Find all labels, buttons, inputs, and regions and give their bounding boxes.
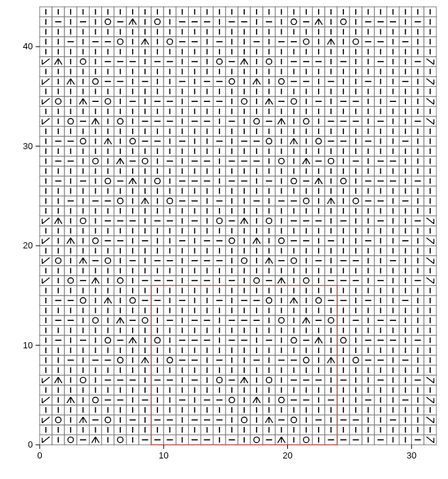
cell bbox=[90, 395, 102, 405]
cell bbox=[275, 395, 287, 405]
cell bbox=[114, 196, 127, 206]
cell bbox=[263, 296, 275, 306]
cell bbox=[263, 375, 275, 385]
cell bbox=[275, 236, 287, 246]
cell bbox=[250, 116, 263, 127]
cell bbox=[114, 37, 127, 47]
cell bbox=[288, 256, 300, 266]
cell bbox=[52, 256, 64, 266]
cell bbox=[90, 77, 102, 87]
cell bbox=[102, 96, 114, 107]
cell bbox=[313, 136, 325, 146]
cell bbox=[52, 415, 64, 425]
cell bbox=[151, 335, 163, 346]
cell bbox=[139, 156, 151, 166]
cell bbox=[288, 17, 300, 27]
cell bbox=[163, 355, 176, 365]
cells bbox=[40, 7, 436, 445]
cell bbox=[337, 176, 350, 186]
cell bbox=[275, 315, 287, 326]
cell bbox=[90, 236, 102, 246]
x-tick-label: 20 bbox=[282, 450, 292, 461]
cell bbox=[350, 196, 362, 206]
cell bbox=[263, 136, 275, 146]
cell bbox=[300, 116, 313, 127]
cell bbox=[300, 37, 313, 47]
cell bbox=[213, 375, 226, 385]
cell bbox=[288, 176, 300, 186]
cell bbox=[313, 296, 325, 306]
cell bbox=[288, 415, 300, 425]
cell bbox=[337, 335, 350, 346]
cell bbox=[77, 136, 89, 146]
cell bbox=[102, 176, 114, 186]
cell bbox=[288, 335, 300, 346]
cell bbox=[151, 17, 163, 27]
cell bbox=[90, 156, 102, 166]
cell bbox=[102, 256, 114, 266]
knitting-chart: 0102030400102030 bbox=[0, 0, 448, 479]
cell bbox=[300, 196, 313, 206]
cell bbox=[77, 296, 89, 306]
cell bbox=[64, 435, 77, 445]
cell bbox=[64, 276, 77, 286]
cell bbox=[238, 96, 250, 107]
cell bbox=[114, 116, 127, 127]
y-tick-label: 10 bbox=[23, 340, 33, 350]
cell bbox=[350, 355, 362, 365]
cell bbox=[52, 96, 64, 107]
cell bbox=[102, 415, 114, 425]
y-tick-label: 30 bbox=[23, 141, 33, 151]
y-tick-label: 0 bbox=[28, 439, 33, 450]
cell bbox=[77, 57, 89, 67]
cell bbox=[64, 116, 77, 127]
cell bbox=[77, 216, 89, 226]
cell bbox=[114, 435, 127, 445]
cell bbox=[226, 77, 238, 87]
cell bbox=[114, 355, 127, 365]
cell bbox=[163, 37, 176, 47]
cell bbox=[275, 156, 287, 166]
y-tick-label: 40 bbox=[23, 41, 33, 51]
cell bbox=[263, 57, 275, 67]
cell bbox=[263, 216, 275, 226]
cell bbox=[102, 17, 114, 27]
cell bbox=[238, 415, 250, 425]
cell bbox=[350, 37, 362, 47]
cell bbox=[337, 17, 350, 27]
cell bbox=[151, 176, 163, 186]
x-tick-label: 10 bbox=[159, 450, 168, 461]
cell bbox=[226, 236, 238, 246]
cell bbox=[213, 57, 226, 67]
cell bbox=[77, 375, 89, 385]
cell bbox=[275, 77, 287, 87]
cell bbox=[127, 136, 139, 146]
cell bbox=[114, 276, 127, 286]
cell bbox=[226, 395, 238, 405]
y-tick-label: 20 bbox=[23, 240, 33, 250]
cell bbox=[102, 335, 114, 346]
cell bbox=[238, 256, 250, 266]
cell bbox=[300, 355, 313, 365]
cell bbox=[300, 276, 313, 286]
cell bbox=[250, 435, 263, 445]
cell bbox=[213, 216, 226, 226]
cell bbox=[90, 315, 102, 326]
cell bbox=[250, 276, 263, 286]
cell bbox=[325, 156, 337, 166]
cell bbox=[300, 435, 313, 445]
cell bbox=[325, 315, 337, 326]
x-tick-label: 30 bbox=[407, 450, 417, 461]
x-tick-label: 0 bbox=[37, 450, 42, 461]
cell bbox=[163, 196, 176, 206]
cell bbox=[288, 96, 300, 107]
cell bbox=[139, 315, 151, 326]
cell bbox=[127, 296, 139, 306]
